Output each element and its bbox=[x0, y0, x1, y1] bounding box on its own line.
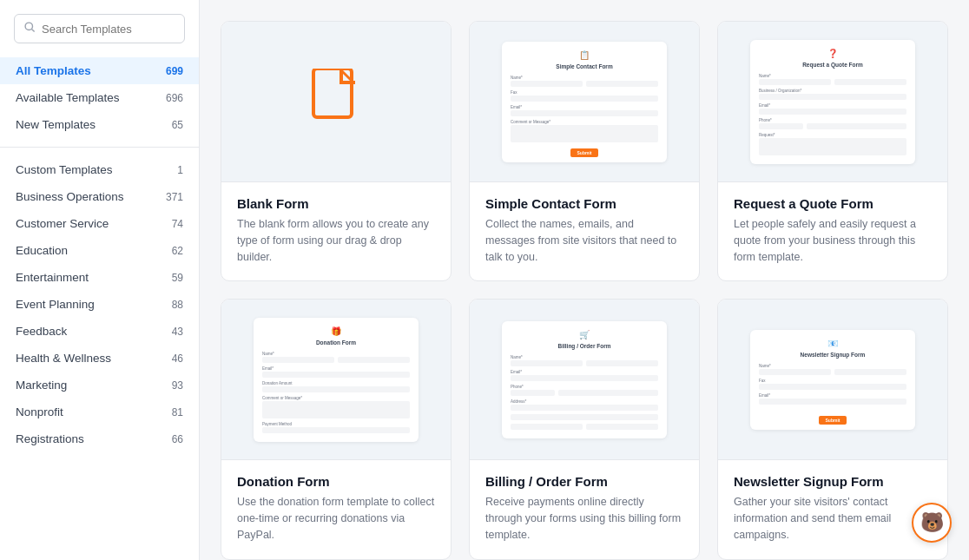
sidebar-item-marketing-count: 93 bbox=[172, 379, 183, 392]
categories-nav: Custom Templates 1 Business Operations 3… bbox=[0, 156, 199, 452]
sidebar-item-all-count: 699 bbox=[166, 65, 183, 77]
mini-form-billing: 🛒 Billing / Order Form Name* Email* Phon… bbox=[502, 321, 667, 438]
sidebar-item-available-label: Available Templates bbox=[16, 91, 120, 104]
card-title-newsletter: Newsletter Signup Form bbox=[734, 474, 932, 489]
card-desc-contact: Collect the names, emails, and messages … bbox=[485, 216, 683, 265]
card-preview-blank bbox=[221, 22, 451, 182]
mini-form-billing-icon: 🛒 bbox=[511, 330, 658, 339]
card-title-blank: Blank Form bbox=[237, 196, 435, 211]
sidebar-item-event[interactable]: Event Planning 88 bbox=[0, 291, 199, 318]
card-desc-blank: The blank form allows you to create any … bbox=[237, 216, 435, 265]
card-preview-billing: 🛒 Billing / Order Form Name* Email* Phon… bbox=[470, 300, 699, 460]
main-content: Blank Form The blank form allows you to … bbox=[200, 0, 969, 560]
templates-grid: Blank Form The blank form allows you to … bbox=[221, 21, 948, 560]
card-body-billing: Billing / Order Form Receive payments on… bbox=[470, 460, 699, 558]
sidebar-item-new-label: New Templates bbox=[16, 118, 96, 131]
sidebar-item-registrations-label: Registrations bbox=[16, 432, 84, 445]
card-title-billing: Billing / Order Form bbox=[485, 474, 683, 489]
card-preview-donation: 🎁 Donation Form Name* Email* Donation Am… bbox=[221, 300, 451, 460]
blank-form-icon bbox=[310, 69, 362, 135]
sidebar-item-custom-label: Custom Templates bbox=[16, 163, 113, 176]
svg-point-0 bbox=[25, 23, 32, 30]
sidebar-item-entertainment[interactable]: Entertainment 59 bbox=[0, 264, 199, 291]
mini-form-quote-title: Request a Quote Form bbox=[759, 62, 906, 68]
card-body-blank: Blank Form The blank form allows you to … bbox=[221, 182, 451, 280]
sidebar-item-education-label: Education bbox=[16, 244, 68, 257]
card-preview-contact: 📋 Simple Contact Form Name* Fax Email* C… bbox=[470, 22, 699, 182]
card-title-contact: Simple Contact Form bbox=[485, 196, 683, 211]
sidebar-item-business[interactable]: Business Operations 371 bbox=[0, 183, 199, 210]
sidebar-item-custom[interactable]: Custom Templates 1 bbox=[0, 156, 199, 183]
sidebar-item-nonprofit[interactable]: Nonprofit 81 bbox=[0, 399, 199, 425]
sidebar-item-marketing[interactable]: Marketing 93 bbox=[0, 372, 199, 399]
sidebar-item-health-label: Health & Wellness bbox=[16, 352, 111, 365]
sidebar-item-event-label: Event Planning bbox=[16, 298, 95, 311]
sidebar-item-event-count: 88 bbox=[172, 299, 183, 311]
sidebar-item-registrations-count: 66 bbox=[172, 433, 183, 445]
card-title-quote: Request a Quote Form bbox=[734, 196, 932, 211]
card-body-donation: Donation Form Use the donation form temp… bbox=[221, 460, 451, 558]
sidebar-item-business-label: Business Operations bbox=[16, 190, 124, 203]
mini-form-contact: 📋 Simple Contact Form Name* Fax Email* C… bbox=[502, 42, 667, 162]
mini-form-newsletter-title: Newsletter Signup Form bbox=[759, 352, 906, 358]
sidebar-item-feedback-count: 43 bbox=[172, 326, 183, 338]
chat-bubble[interactable]: 🐻 bbox=[912, 503, 952, 543]
sidebar-item-feedback[interactable]: Feedback 43 bbox=[0, 318, 199, 345]
sidebar-item-registrations[interactable]: Registrations 66 bbox=[0, 425, 199, 452]
mini-form-newsletter-icon: 📧 bbox=[759, 339, 906, 348]
mini-form-quote: ❓ Request a Quote Form Name* Business / … bbox=[750, 40, 915, 164]
sidebar-item-customer-label: Customer Service bbox=[16, 217, 109, 230]
sidebar-item-nonprofit-count: 81 bbox=[172, 406, 183, 418]
primary-nav: All Templates 699 Available Templates 69… bbox=[0, 57, 199, 138]
sidebar-item-entertainment-label: Entertainment bbox=[16, 271, 89, 284]
search-box[interactable] bbox=[14, 14, 185, 43]
template-card-contact[interactable]: 📋 Simple Contact Form Name* Fax Email* C… bbox=[469, 21, 700, 281]
sidebar-item-available[interactable]: Available Templates 696 bbox=[0, 84, 199, 111]
chat-bear-icon: 🐻 bbox=[920, 511, 944, 534]
card-preview-newsletter: 📧 Newsletter Signup Form Name* Fax Email… bbox=[718, 300, 947, 460]
sidebar-item-customer-count: 74 bbox=[172, 218, 183, 230]
sidebar-item-health[interactable]: Health & Wellness 46 bbox=[0, 345, 199, 372]
sidebar-item-education-count: 62 bbox=[172, 245, 183, 257]
search-icon bbox=[23, 21, 36, 36]
sidebar-item-available-count: 696 bbox=[166, 92, 183, 104]
sidebar-item-entertainment-count: 59 bbox=[172, 272, 183, 284]
sidebar-item-new[interactable]: New Templates 65 bbox=[0, 111, 199, 138]
mini-form-quote-icon: ❓ bbox=[759, 49, 906, 58]
sidebar-item-business-count: 371 bbox=[166, 191, 183, 203]
template-card-blank[interactable]: Blank Form The blank form allows you to … bbox=[221, 21, 452, 281]
sidebar-item-health-count: 46 bbox=[172, 352, 183, 365]
mini-form-donation-title: Donation Form bbox=[262, 339, 410, 346]
card-preview-quote: ❓ Request a Quote Form Name* Business / … bbox=[718, 22, 947, 182]
card-desc-quote: Let people safely and easily request a q… bbox=[734, 216, 932, 265]
mini-form-billing-title: Billing / Order Form bbox=[511, 343, 658, 349]
sidebar-item-new-count: 65 bbox=[172, 119, 183, 131]
card-body-newsletter: Newsletter Signup Form Gather your site … bbox=[718, 460, 947, 558]
card-body-quote: Request a Quote Form Let people safely a… bbox=[718, 182, 947, 280]
card-desc-donation: Use the donation form template to collec… bbox=[237, 494, 435, 543]
mini-form-newsletter: 📧 Newsletter Signup Form Name* Fax Email… bbox=[750, 330, 915, 430]
card-desc-billing: Receive payments online directly through… bbox=[485, 494, 683, 543]
svg-line-1 bbox=[31, 29, 34, 31]
sidebar-item-marketing-label: Marketing bbox=[16, 379, 67, 392]
sidebar-item-nonprofit-label: Nonprofit bbox=[16, 405, 63, 418]
mini-form-donation-icon: 🎁 bbox=[262, 326, 410, 336]
template-card-quote[interactable]: ❓ Request a Quote Form Name* Business / … bbox=[717, 21, 948, 281]
card-title-donation: Donation Form bbox=[237, 474, 435, 489]
search-input[interactable] bbox=[42, 23, 175, 36]
template-card-billing[interactable]: 🛒 Billing / Order Form Name* Email* Phon… bbox=[469, 299, 700, 559]
card-body-contact: Simple Contact Form Collect the names, e… bbox=[470, 182, 699, 280]
mini-form-donation: 🎁 Donation Form Name* Email* Donation Am… bbox=[254, 318, 419, 442]
sidebar-item-education[interactable]: Education 62 bbox=[0, 237, 199, 264]
sidebar-item-customer[interactable]: Customer Service 74 bbox=[0, 210, 199, 237]
card-desc-newsletter: Gather your site visitors' contact infor… bbox=[734, 494, 932, 543]
sidebar-item-all-label: All Templates bbox=[16, 64, 91, 77]
sidebar-item-all[interactable]: All Templates 699 bbox=[0, 57, 199, 84]
sidebar-divider bbox=[0, 147, 199, 148]
sidebar-item-feedback-label: Feedback bbox=[16, 325, 67, 338]
template-card-donation[interactable]: 🎁 Donation Form Name* Email* Donation Am… bbox=[221, 299, 452, 559]
mini-form-contact-title: Simple Contact Form bbox=[511, 63, 658, 69]
mini-form-contact-icon: 📋 bbox=[511, 50, 658, 60]
sidebar-item-custom-count: 1 bbox=[177, 164, 183, 176]
sidebar: All Templates 699 Available Templates 69… bbox=[0, 0, 200, 560]
